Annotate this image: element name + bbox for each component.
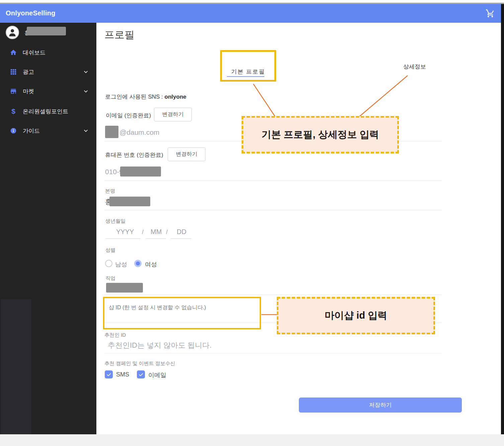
divider: [104, 181, 442, 181]
check-icon: [139, 372, 144, 377]
redaction-job: [106, 283, 143, 293]
email-change-button[interactable]: 변경하기: [154, 108, 192, 121]
check-icon: [106, 372, 111, 377]
detail-tab-note: 상세정보: [403, 63, 426, 71]
email-checkbox[interactable]: [137, 370, 145, 378]
tab-basic-profile[interactable]: 기본 프로필: [222, 68, 274, 76]
store-icon: [9, 87, 17, 95]
radio-male-label[interactable]: 남성: [115, 260, 127, 268]
redaction-email: [105, 126, 118, 138]
redaction-phone: [120, 166, 161, 177]
birth-month-underline: [145, 238, 166, 239]
app-header: OnlyoneSelling: [0, 4, 501, 23]
email-label: 이메일 (인증완료): [106, 112, 151, 119]
birth-year-input[interactable]: YYYY: [116, 228, 134, 236]
date-separator: /: [142, 229, 144, 236]
gender-label: 성별: [105, 247, 115, 253]
birth-label: 생년월일: [105, 218, 125, 224]
chevron-down-icon: [83, 70, 88, 75]
birth-day-input[interactable]: DD: [177, 228, 186, 236]
sidebar-item-label: 마켓: [23, 88, 34, 95]
shop-id-highlight-box: 샵 ID (한 번 설정 시 변경할 수 없습니다.): [103, 297, 261, 329]
sidebar-item-guide[interactable]: 가이드: [0, 123, 96, 138]
top-strip: [0, 0, 504, 3]
divider: [104, 210, 442, 210]
tab-active-underline: [227, 76, 264, 77]
chevron-down-icon: [83, 128, 88, 133]
sms-checkbox[interactable]: [105, 370, 113, 378]
page: OnlyoneSelling 홍 대쉬보드 광고: [0, 0, 504, 446]
radio-female[interactable]: [134, 260, 142, 267]
sns-login-info: 로그인에 사용된 SNS : onlyone: [105, 93, 186, 101]
divider: [104, 353, 442, 353]
sidebar: 홍 대쉬보드 광고 마켓 $: [0, 23, 96, 434]
referrer-label: 추천인 ID: [104, 332, 126, 338]
home-icon: [9, 48, 17, 57]
radio-male[interactable]: [105, 260, 112, 267]
subscribe-label: 추천 캠페인 및 이벤트 정보수신: [104, 360, 175, 367]
sidebar-scroll-region: [1, 299, 31, 434]
save-button[interactable]: 저장하기: [299, 398, 462, 413]
redaction-user-name: [27, 27, 66, 35]
window-right-edge: [501, 4, 504, 434]
sidebar-item-label: 광고: [23, 68, 34, 76]
brand-logo: OnlyoneSelling: [6, 9, 55, 17]
divider: [104, 295, 442, 295]
sms-checkbox-label[interactable]: SMS: [116, 371, 129, 378]
annotation-profile-note: 기본 프로필, 상세정보 입력: [242, 116, 399, 153]
email-value: @daum.com: [119, 128, 159, 136]
info-icon: [9, 127, 17, 135]
cart-icon[interactable]: [486, 9, 495, 18]
radio-female-label[interactable]: 여성: [145, 260, 157, 268]
avatar: [6, 26, 19, 39]
radio-dot: [136, 261, 140, 265]
dollar-icon: $: [9, 107, 17, 115]
page-title: 프로필: [104, 28, 135, 42]
sidebar-item-points[interactable]: $ 온리원셀링포인트: [0, 104, 96, 119]
birth-year-underline: [105, 238, 141, 239]
birth-day-underline: [171, 238, 191, 239]
shop-id-label[interactable]: 샵 ID (한 번 설정 시 변경할 수 없습니다.): [109, 304, 206, 311]
sidebar-item-label: 온리원셀링포인트: [23, 108, 68, 115]
referrer-input[interactable]: 추천인ID는 넣지 않아도 됩니다.: [108, 340, 212, 350]
birth-month-input[interactable]: MM: [151, 228, 162, 236]
redaction-real-name: [109, 197, 150, 206]
sidebar-item-market[interactable]: 마켓: [0, 84, 96, 99]
sidebar-item-label: 대쉬보드: [23, 49, 46, 57]
real-name-label: 본명: [105, 188, 115, 194]
footer-strip: [0, 434, 504, 446]
chevron-down-icon: [83, 89, 88, 94]
email-checkbox-label[interactable]: 이메일: [148, 371, 166, 379]
job-label: 직업: [105, 275, 115, 282]
tab-highlight-box: 기본 프로필: [220, 50, 276, 82]
sns-label: 로그인에 사용된 SNS :: [105, 94, 165, 100]
phone-label: 휴대폰 번호 (인증완료): [105, 151, 163, 159]
annotation-shop-note: 마이샵 id 입력: [277, 297, 435, 334]
grid-icon: [9, 68, 17, 76]
sns-value: onlyone: [165, 94, 186, 100]
date-separator: /: [166, 229, 168, 236]
phone-change-button[interactable]: 변경하기: [168, 147, 205, 161]
sidebar-item-ads[interactable]: 광고: [0, 64, 96, 80]
sidebar-item-dashboard[interactable]: 대쉬보드: [0, 45, 96, 60]
sidebar-item-label: 가이드: [23, 127, 40, 135]
